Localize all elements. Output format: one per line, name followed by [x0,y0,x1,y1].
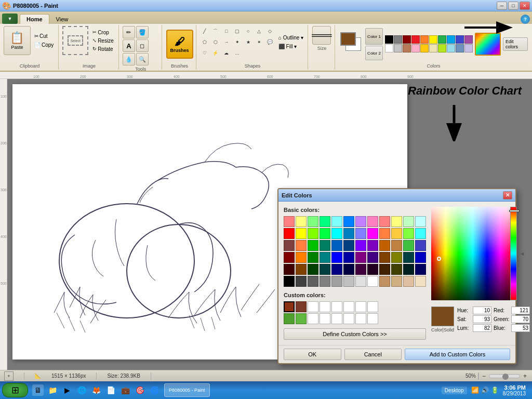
color-preview [431,307,454,326]
taskbar-icon-browser2[interactable]: 🦊 [90,384,102,396]
close-button[interactable]: ✕ [520,2,530,10]
taskbar-icon-pdf[interactable]: 📄 [105,384,116,396]
ok-button[interactable]: OK [284,349,341,360]
ellipse-shape[interactable]: ○ [243,26,254,36]
hue-slider[interactable] [510,207,517,300]
tray-icon-network[interactable]: 📶 [471,387,479,394]
taskbar-icon-app2[interactable]: 🎯 [134,384,145,396]
crop-button[interactable]: ✂ Crop [90,29,116,36]
rotate-button[interactable]: ↻ Rotate [90,45,116,53]
taskbar-icon-explorer[interactable]: 📁 [47,384,58,396]
fill-dropdown-button[interactable]: ⬛ Fill ▾ [276,43,305,50]
canvas-dimensions: 1515 × 1136px [51,373,86,379]
taskbar-icon-app3[interactable]: 🌀 [149,384,160,396]
desktop-button[interactable]: Desktop [442,387,467,394]
file-button[interactable]: ▼ [2,14,18,24]
fill-button[interactable]: 🪣 [136,26,149,38]
dialog-title-bar: Edit Colors ✕ [278,189,515,202]
curve-shape[interactable]: ⌒ [210,26,221,36]
define-custom-colors-button[interactable]: Define Custom Colors >> [284,328,426,340]
status-bar: + 📐 1515 × 1136px Size: 238.9KB 50% − + [0,370,532,381]
taskbar-icon-app1[interactable]: 💼 [119,384,131,396]
color-black[interactable] [385,35,393,44]
vertical-ruler: 100 200 300 400 500 [0,79,7,370]
sat-input[interactable] [473,315,491,323]
start-button[interactable]: ⊞ [2,383,28,397]
maximize-button[interactable]: □ [508,2,518,10]
cut-button[interactable]: ✂ Cut [32,32,56,40]
tray-icon-volume[interactable]: 🔊 [481,387,489,394]
cloud-shape[interactable]: ☁ [221,48,232,58]
taskbar-icon-hp[interactable]: 🖥 [32,384,44,396]
taskbar-icon-browser1[interactable]: 🌐 [76,384,87,396]
green-input[interactable] [511,315,530,323]
new-page-button[interactable]: + [4,371,14,381]
color-solid-label: Color|Solid [431,327,454,332]
text-button[interactable]: A [123,39,135,52]
magnifier-button[interactable]: 🔍 [136,53,149,65]
taskbar-pinned-icons: 🖥 📁 ▶ 🌐 🦊 📄 💼 🎯 🌀 [30,384,162,396]
heart-shape[interactable]: ♡ [200,48,210,58]
diamond-shape[interactable]: ◇ [265,26,275,36]
select-button[interactable]: Select [62,26,88,55]
hexagon-shape[interactable]: ⬡ [210,37,221,47]
zoom-slider[interactable] [489,374,520,378]
resize-button[interactable]: ⤡ Resize [90,37,116,45]
more-shapes[interactable]: … [232,48,243,58]
zoom-out-button[interactable]: − [481,373,487,380]
spectrum-arrow[interactable]: ◀ [520,207,525,300]
color-swatch[interactable] [284,216,295,227]
taskbar-paint-button[interactable]: P8080005 - Paint [164,383,210,397]
paste-button[interactable]: 📋 Paste [4,26,31,55]
colors-group: Color 1 Color 2 [336,25,531,70]
red-input[interactable] [511,307,530,314]
lum-input[interactable] [473,324,491,332]
blue-input[interactable] [511,324,530,332]
triangle-shape[interactable]: △ [254,26,264,36]
custom-swatch-1[interactable] [284,301,295,312]
pencil-button[interactable]: ✏ [123,26,135,38]
shapes-group: ╱ ⌒ □ ▢ ○ △ ◇ ⬠ ⬡ → ✦ ★ ✶ [197,25,308,70]
color-spectrum[interactable] [431,207,506,300]
title-bar: 🎨 P8080005 - Paint ─ □ ✕ [0,0,532,11]
brushes-button[interactable]: 🖌 Brushes [166,30,193,59]
tools-label: Tools [135,66,146,72]
edit-colors-button[interactable]: Edit colors [503,37,528,51]
rect-shape[interactable]: □ [221,26,232,36]
tab-home[interactable]: Home [20,14,49,24]
copy-button[interactable]: 📄 Copy [32,41,56,49]
hue-input[interactable] [473,307,491,314]
arrow-shape[interactable]: → [221,37,232,47]
color2-button[interactable]: Color 2 [365,46,383,60]
tray-icon-power[interactable]: 🔋 [491,387,499,394]
eyedropper-button[interactable]: 💧 [123,53,135,65]
line-shape[interactable]: ╱ [200,26,210,36]
dialog-title: Edit Colors [282,192,312,198]
roundrect-shape[interactable]: ▢ [232,26,243,36]
down-arrow-annotation [441,105,467,146]
callout-shape[interactable]: 💬 [265,37,275,47]
help-button[interactable]: ? [521,15,530,24]
color1-button[interactable]: Color 1 [365,28,383,45]
minimize-button[interactable]: ─ [497,2,507,10]
canvas-size-indicator: 📐 [35,373,41,379]
size-button[interactable]: ═══ [312,26,331,45]
tab-view[interactable]: View [49,14,75,24]
color-palette [385,35,473,52]
image-group: Select ✂ Crop ⤡ Resize [60,25,118,70]
add-to-custom-colors-button[interactable]: Add to Custom Colors [405,349,510,360]
star6-shape[interactable]: ✶ [254,37,264,47]
star4-shape[interactable]: ✦ [232,37,243,47]
outline-button[interactable]: ⌂ Outline ▾ [276,34,305,42]
color1-swatch[interactable] [340,32,356,46]
pentagon-shape[interactable]: ⬠ [200,37,210,47]
zoom-handle[interactable] [502,374,509,380]
eraser-button[interactable]: ◻ [136,39,149,52]
cancel-button[interactable]: Cancel [344,349,402,360]
zoom-in-button[interactable]: + [522,373,528,380]
lightning-shape[interactable]: ⚡ [210,48,221,58]
dialog-close-button[interactable]: ✕ [503,191,512,200]
clock[interactable]: 3:06 PM 8/29/2013 [503,384,526,396]
star5-shape[interactable]: ★ [243,37,254,47]
taskbar-icon-media[interactable]: ▶ [61,384,73,396]
